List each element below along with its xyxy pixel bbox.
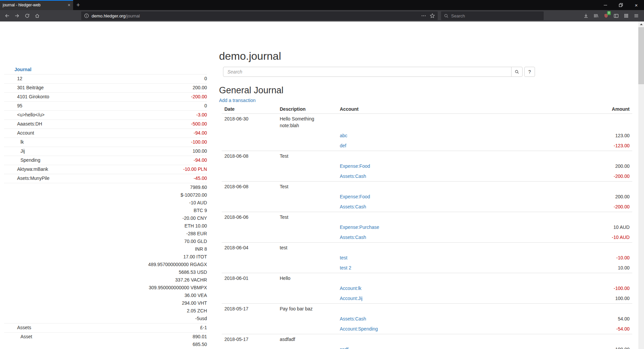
- journal-table-head: Date Description Account Amount: [222, 105, 632, 114]
- scrollbar-thumb[interactable]: [638, 27, 644, 84]
- posting-account-link[interactable]: Expense:Food: [340, 163, 370, 169]
- search-help-button[interactable]: ?: [524, 67, 535, 77]
- tab-journal[interactable]: journal - hledger-web ×: [0, 0, 73, 10]
- sidebar-account-link[interactable]: [4, 184, 17, 322]
- cell-spacer: [277, 232, 337, 243]
- sidebar-account-row: 120: [4, 74, 207, 83]
- sidebar-account-link[interactable]: Asets:MunyPile: [4, 174, 49, 182]
- sidebar-account-link[interactable]: <u>hello</u>: [4, 111, 45, 119]
- balance-amount: 36.00 VEA: [148, 292, 207, 299]
- window-restore-button[interactable]: [613, 0, 629, 10]
- posting-amount: -54.00: [538, 324, 632, 334]
- transaction-date: 2018-06-30: [222, 113, 277, 131]
- posting-amount: -123.00: [538, 141, 632, 151]
- scrollbar-up-arrow[interactable]: [638, 21, 644, 27]
- posting-account-link[interactable]: Expense:Purchase: [340, 225, 379, 230]
- transaction-date: 2018-06-08: [222, 151, 277, 161]
- posting-account-link[interactable]: Assets:Cash: [340, 173, 366, 179]
- site-info-icon[interactable]: [84, 13, 89, 18]
- sidebar-account-link[interactable]: 12: [4, 75, 22, 83]
- posting-account-link[interactable]: Expense:Food: [340, 194, 370, 199]
- sidebar-account-link[interactable]: Asset: [4, 333, 32, 349]
- posting-account-link[interactable]: Account:Spending: [340, 326, 378, 332]
- adblock-extension-button[interactable]: 0: [601, 11, 611, 20]
- posting-account-cell: Assets:Cash: [337, 171, 538, 182]
- sidebar-account-balance: 0: [204, 75, 207, 83]
- posting-amount: -10.00: [538, 253, 632, 263]
- apps-grid-button[interactable]: [621, 11, 631, 20]
- new-tab-button[interactable]: +: [73, 0, 83, 10]
- sidebar-account-link[interactable]: Aaasets:DH: [4, 120, 42, 128]
- page-actions-icon[interactable]: [421, 13, 426, 18]
- home-button[interactable]: [32, 11, 42, 20]
- page-content: Journal 120301 Beiträge200.004101 Giroko…: [0, 21, 638, 349]
- window-close-button[interactable]: ×: [629, 0, 644, 10]
- transaction-date: 2018-06-08: [222, 181, 277, 192]
- search-input[interactable]: [223, 67, 512, 77]
- balance-amount: 337.26 VACHR: [148, 276, 207, 284]
- library-button[interactable]: [591, 11, 601, 20]
- reload-icon: [24, 13, 30, 18]
- sidebar-journal-link[interactable]: Journal: [4, 65, 207, 74]
- sidebar-toggle-button[interactable]: [611, 11, 621, 20]
- url-bar[interactable]: demo.hledger.org/journal: [81, 11, 438, 20]
- posting-account-link[interactable]: abc: [340, 133, 347, 138]
- balance-amount: 0: [204, 102, 207, 110]
- posting-account-link[interactable]: def: [340, 143, 346, 148]
- sidebar-account-balance: -94.00: [194, 156, 207, 164]
- tab-close-icon[interactable]: ×: [68, 2, 70, 8]
- posting-account-link[interactable]: Assets:Cash: [340, 316, 366, 321]
- balance-amount: 685.50: [189, 341, 207, 348]
- bookmark-star-icon[interactable]: [430, 13, 435, 18]
- cell-spacer: [277, 202, 337, 212]
- cell-spacer: [222, 141, 277, 151]
- cell-spacer: [337, 113, 538, 131]
- sidebar-account-link[interactable]: 4101 Girokonto: [4, 93, 49, 101]
- posting-account-link[interactable]: ssdf: [340, 347, 348, 349]
- cell-spacer: [277, 171, 337, 182]
- posting-amount: -100.00: [538, 283, 632, 293]
- cell-spacer: [337, 151, 538, 161]
- cell-spacer: [222, 263, 277, 273]
- cell-spacer: [222, 293, 277, 304]
- transaction-row: 2018-06-30Hello Something note:blah: [222, 113, 632, 131]
- balance-amount: 17.00 ITOT: [148, 253, 207, 261]
- posting-account-link[interactable]: test 2: [340, 265, 351, 270]
- posting-account-link[interactable]: Assets:Cash: [340, 204, 366, 209]
- library-icon: [593, 13, 599, 18]
- transaction-date: 2018-06-01: [222, 273, 277, 283]
- posting-account-link[interactable]: Assets:Cash: [340, 235, 366, 240]
- sidebar-account-link[interactable]: Assets: [4, 324, 31, 332]
- posting-account-link[interactable]: test: [340, 255, 347, 260]
- browser-search-bar[interactable]: Search: [441, 11, 544, 20]
- sidebar-account-balance: 200.00: [193, 84, 207, 92]
- balance-amount: 309.950000000000 VBMPX: [148, 284, 207, 292]
- search-icon: [444, 13, 449, 18]
- posting-account-cell: test 2: [337, 263, 538, 273]
- sidebar-account-link[interactable]: lk: [4, 138, 24, 146]
- reload-button[interactable]: [22, 11, 32, 20]
- sidebar-account-row: Jij100.00: [4, 147, 207, 156]
- sidebar-account-link[interactable]: Spending: [4, 156, 40, 164]
- posting-account-link[interactable]: Account:Jij: [340, 296, 363, 301]
- url-text: demo.hledger.org/journal: [92, 13, 140, 18]
- balance-amount: -45.00: [194, 174, 207, 182]
- forward-button[interactable]: [12, 11, 22, 20]
- back-button[interactable]: [2, 11, 12, 20]
- posting-amount: 54.00: [538, 314, 632, 324]
- downloads-button[interactable]: [581, 11, 591, 20]
- sidebar-account-link[interactable]: 95: [4, 102, 22, 110]
- sidebar-account-link[interactable]: Account: [4, 129, 34, 137]
- add-transaction-link[interactable]: Add a transaction: [219, 98, 256, 103]
- window-minimize-button[interactable]: [598, 0, 613, 10]
- sidebar-account-link[interactable]: 301 Beiträge: [4, 84, 44, 92]
- sidebar-account-link[interactable]: Jij: [4, 147, 25, 155]
- posting-row: Expense:Food200.00: [222, 161, 632, 171]
- sidebar-account-link[interactable]: Aktywa:mBank: [4, 165, 48, 173]
- menu-button[interactable]: [631, 11, 641, 20]
- cell-spacer: [222, 324, 277, 334]
- page-scrollbar[interactable]: [638, 21, 644, 349]
- search-submit-button[interactable]: [511, 67, 523, 77]
- posting-account-link[interactable]: Account:lk: [340, 286, 362, 291]
- magnifier-icon: [515, 69, 519, 74]
